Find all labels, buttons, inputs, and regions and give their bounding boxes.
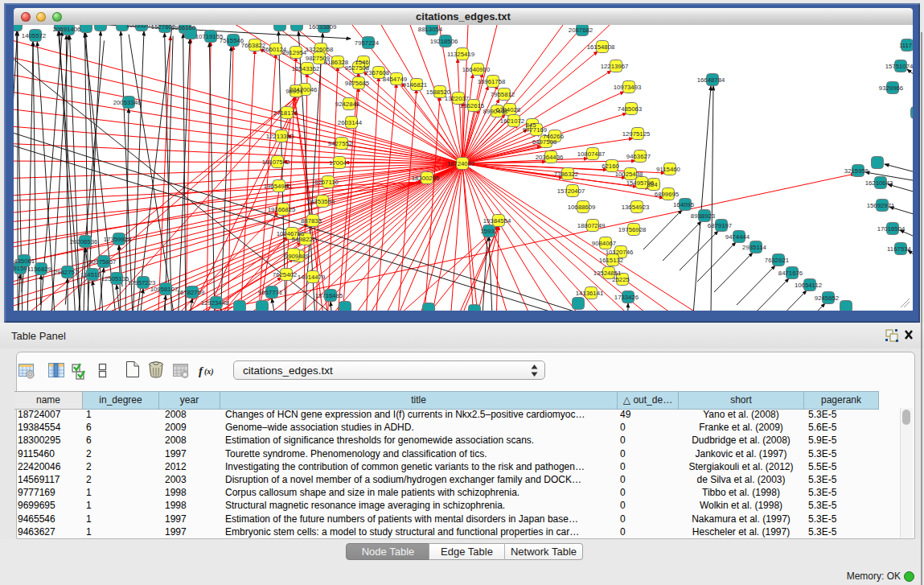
svg-text:2935114: 2935114 <box>742 244 766 251</box>
svg-text:9329966: 9329966 <box>879 84 903 92</box>
svg-text:1621072: 1621072 <box>500 117 524 125</box>
svg-text:746266: 746266 <box>543 133 564 140</box>
svg-text:1733426: 1733426 <box>614 294 639 301</box>
svg-text:18107542: 18107542 <box>262 159 290 166</box>
svg-text:6899695: 6899695 <box>655 191 680 198</box>
svg-text:19654985: 19654985 <box>264 183 292 190</box>
svg-text:17016504: 17016504 <box>877 225 906 233</box>
svg-text:887833: 887833 <box>301 217 322 225</box>
svg-text:8471676: 8471676 <box>778 270 803 277</box>
svg-text:16782759: 16782759 <box>177 289 205 296</box>
svg-text:884: 884 <box>647 181 658 188</box>
svg-text:1435061: 1435061 <box>14 257 35 265</box>
svg-text:19756928: 19756928 <box>618 226 647 233</box>
svg-text:10807487: 10807487 <box>577 150 606 158</box>
svg-text:20691406: 20691406 <box>53 26 81 33</box>
svg-text:f: f <box>199 365 204 377</box>
svg-text:16033809: 16033809 <box>309 25 337 31</box>
svg-text:20364436: 20364436 <box>536 154 564 161</box>
svg-text:10958107: 10958107 <box>150 286 179 293</box>
svg-text:10025438: 10025438 <box>615 171 643 178</box>
svg-text:10688609: 10688609 <box>568 204 596 211</box>
svg-text:9463627: 9463627 <box>626 153 651 160</box>
svg-text:7485063: 7485063 <box>618 105 642 113</box>
svg-text:15716485: 15716485 <box>315 292 343 299</box>
svg-text:7957224: 7957224 <box>355 39 380 47</box>
svg-text:9084067: 9084067 <box>592 240 616 247</box>
svg-text:5498222: 5498222 <box>292 236 316 243</box>
svg-text:16543362: 16543362 <box>292 65 320 72</box>
svg-text:9657771: 9657771 <box>258 289 282 296</box>
svg-text:19218506: 19218506 <box>430 38 458 45</box>
svg-text:14136141: 14136141 <box>576 290 604 297</box>
svg-text:98901: 98901 <box>285 88 303 95</box>
svg-text:12975125: 12975125 <box>622 130 651 138</box>
svg-text:6879197: 6879197 <box>708 222 732 229</box>
svg-text:12213383: 12213383 <box>266 133 294 140</box>
svg-text:18807249: 18807249 <box>577 222 606 229</box>
svg-text:16154808: 16154808 <box>587 43 615 51</box>
svg-text:16961758: 16961758 <box>478 78 506 85</box>
svg-text:9909489: 9909489 <box>285 253 309 260</box>
svg-text:14353594: 14353594 <box>307 198 335 205</box>
svg-text:7625402: 7625402 <box>273 271 297 278</box>
svg-text:2603144: 2603144 <box>338 119 363 126</box>
svg-text:7955812: 7955812 <box>491 91 515 98</box>
svg-text:8912954: 8912954 <box>282 49 307 56</box>
svg-text:18724007: 18724007 <box>447 160 475 167</box>
svg-text:15751074: 15751074 <box>885 63 913 70</box>
svg-text:3215955: 3215955 <box>844 167 869 175</box>
svg-text:10653267: 10653267 <box>126 25 154 29</box>
svg-text:16640910: 16640910 <box>462 66 491 73</box>
svg-text:39159: 39159 <box>14 265 27 272</box>
svg-text:8938923: 8938923 <box>691 212 715 220</box>
svg-text:164095: 164095 <box>673 201 695 208</box>
svg-text:25225: 25225 <box>612 276 630 283</box>
svg-text:18300295: 18300295 <box>412 175 440 182</box>
svg-text:17004: 17004 <box>329 159 347 167</box>
svg-text:1362615: 1362615 <box>460 102 485 109</box>
svg-text:7386322: 7386322 <box>554 171 578 178</box>
svg-text:13654923: 13654923 <box>622 204 650 211</box>
svg-text:14914479: 14914479 <box>298 274 326 281</box>
svg-text:19384554: 19384554 <box>483 217 511 225</box>
svg-text:16648784: 16648784 <box>697 76 725 84</box>
svg-text:7632621: 7632621 <box>765 257 789 264</box>
svg-text:2942757: 2942757 <box>54 269 78 276</box>
svg-text:1593: 1593 <box>480 228 494 235</box>
svg-text:9875685: 9875685 <box>345 80 370 87</box>
svg-text:6794028: 6794028 <box>496 106 520 113</box>
svg-text:20206536: 20206536 <box>70 238 98 245</box>
svg-text:1156829: 1156829 <box>27 266 51 273</box>
svg-text:6966160: 6966160 <box>171 25 196 31</box>
svg-text:11325419: 11325419 <box>447 51 474 58</box>
svg-text:9474444: 9474444 <box>725 233 750 241</box>
svg-text:15720407: 15720407 <box>557 187 585 195</box>
svg-text:16210643: 16210643 <box>865 179 893 187</box>
svg-text:20053346: 20053346 <box>113 99 142 106</box>
svg-text:12505135: 12505135 <box>101 275 129 282</box>
svg-text:10654112: 10654112 <box>795 282 822 289</box>
svg-text:10120746: 10120746 <box>606 249 634 256</box>
svg-text:19166825: 19166825 <box>268 206 296 213</box>
svg-text:9427552: 9427552 <box>328 140 352 147</box>
svg-text:12923448: 12923448 <box>201 299 229 307</box>
svg-text:15692971: 15692971 <box>867 202 895 209</box>
svg-text:9242848: 9242848 <box>335 101 359 108</box>
svg-text:7515546: 7515546 <box>220 37 244 44</box>
svg-text:(x): (x) <box>204 367 214 377</box>
svg-text:62160: 62160 <box>602 163 619 170</box>
svg-text:9245652: 9245652 <box>815 295 839 302</box>
svg-text:30975867: 30975867 <box>88 258 117 266</box>
svg-text:1615132: 1615132 <box>599 257 623 264</box>
svg-text:1117: 1117 <box>899 42 912 49</box>
svg-text:114519: 114519 <box>80 271 101 278</box>
svg-text:9146821: 9146821 <box>403 81 427 89</box>
svg-text:2087682: 2087682 <box>569 27 593 34</box>
svg-text:17359928: 17359928 <box>104 236 132 243</box>
svg-text:1167534: 1167534 <box>887 245 911 253</box>
svg-text:10973493: 10973493 <box>614 84 642 91</box>
svg-text:13226058: 13226058 <box>306 46 334 53</box>
svg-text:8267110: 8267110 <box>314 179 339 186</box>
svg-text:2718176: 2718176 <box>273 109 298 117</box>
